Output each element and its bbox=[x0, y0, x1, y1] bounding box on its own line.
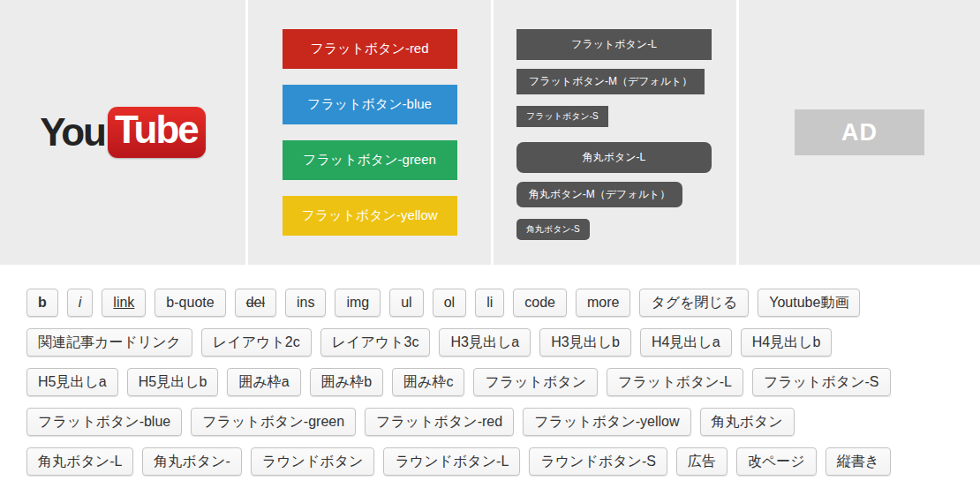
quicktag-row: 関連記事カードリンクレイアウト2cレイアウト3cH3見出しaH3見出しbH4見出… bbox=[26, 328, 980, 357]
preview-size-button-flat-s[interactable]: フラットボタン-S bbox=[516, 106, 608, 127]
quicktag-button[interactable]: ol bbox=[433, 289, 466, 317]
quicktag-button[interactable]: レイアウト2c bbox=[201, 328, 312, 357]
quicktag-button[interactable]: Youtube動画 bbox=[758, 289, 860, 317]
quicktag-button[interactable]: フラットボタン-blue bbox=[26, 408, 182, 436]
youtube-logo-you-text: You bbox=[40, 110, 105, 154]
quicktag-button[interactable]: link bbox=[102, 289, 146, 317]
quicktag-row: 角丸ボタン-L角丸ボタン-ラウンドボタンラウンドボタン-Lラウンドボタン-S広告… bbox=[26, 447, 980, 476]
preview-size-button-rounded-l[interactable]: 角丸ボタン-L bbox=[516, 142, 712, 173]
quicktag-button[interactable]: H5見出しb bbox=[127, 368, 219, 396]
youtube-logo-tube-text: Tube bbox=[108, 107, 206, 158]
quicktag-button[interactable]: 囲み枠b bbox=[310, 368, 383, 396]
quicktag-button[interactable]: 広告 bbox=[676, 447, 727, 476]
preview-flat-button-green[interactable]: フラットボタン-green bbox=[283, 140, 457, 180]
ad-label: AD bbox=[841, 119, 878, 146]
quicktag-button[interactable]: b bbox=[26, 289, 58, 317]
quicktag-button[interactable]: ul bbox=[389, 289, 423, 317]
preview-size-button-flat-m[interactable]: フラットボタン-M（デフォルト） bbox=[516, 69, 705, 94]
editor-screen: You Tube フラットボタン-redフラットボタン-blueフラットボタン-… bbox=[0, 0, 980, 503]
quicktag-button[interactable]: del bbox=[235, 289, 276, 317]
quicktag-row: フラットボタン-blueフラットボタン-greenフラットボタン-redフラット… bbox=[26, 408, 980, 436]
quicktag-button[interactable]: 角丸ボタン bbox=[700, 408, 795, 436]
quicktag-button[interactable]: ラウンドボタン-L bbox=[383, 447, 520, 476]
quicktag-button[interactable]: i bbox=[67, 289, 94, 317]
quicktag-button[interactable]: img bbox=[335, 289, 381, 317]
quicktag-button[interactable]: ins bbox=[285, 289, 326, 317]
quicktag-button[interactable]: H3見出しb bbox=[539, 328, 631, 357]
quicktag-button[interactable]: H3見出しa bbox=[439, 328, 531, 357]
quicktag-button[interactable]: フラットボタン-L bbox=[607, 368, 743, 396]
preview-flat-button-red[interactable]: フラットボタン-red bbox=[283, 29, 457, 69]
quicktag-row: bilinkb-quotedelinsimgulollicodemoreタグを閉… bbox=[26, 289, 980, 317]
quicktag-button[interactable]: 改ページ bbox=[736, 447, 817, 476]
quicktag-button[interactable]: b-quote bbox=[155, 289, 225, 317]
quicktag-button[interactable]: 角丸ボタン- bbox=[142, 447, 241, 476]
quicktag-button[interactable]: H5見出しa bbox=[26, 368, 118, 396]
quicktag-button[interactable]: code bbox=[513, 289, 567, 317]
quicktag-button[interactable]: フラットボタン-red bbox=[365, 408, 514, 436]
quicktag-button[interactable]: H4見出しa bbox=[640, 328, 732, 357]
preview-flat-button-yellow[interactable]: フラットボタン-yellow bbox=[283, 196, 457, 236]
quicktag-button[interactable]: 角丸ボタン-L bbox=[26, 447, 133, 476]
quicktag-button[interactable]: 囲み枠c bbox=[392, 368, 464, 396]
quicktag-button[interactable]: ラウンドボタン-S bbox=[529, 447, 667, 476]
quicktag-button[interactable]: フラットボタン-S bbox=[752, 368, 891, 396]
quicktag-row: H5見出しaH5見出しb囲み枠a囲み枠b囲み枠cフラットボタンフラットボタン-L… bbox=[26, 368, 980, 396]
preview-size-button-rounded-s[interactable]: 角丸ボタン-S bbox=[516, 219, 590, 240]
quicktag-button[interactable]: 縦書き bbox=[825, 447, 891, 476]
quicktag-button[interactable]: フラットボタン-green bbox=[191, 408, 356, 436]
quicktag-button[interactable]: li bbox=[475, 289, 504, 317]
preview-size-button-flat-l[interactable]: フラットボタン-L bbox=[516, 29, 712, 60]
quicktag-button[interactable]: フラットボタン bbox=[473, 368, 598, 396]
quicktag-button[interactable]: ラウンドボタン bbox=[251, 447, 375, 476]
youtube-logo: You Tube bbox=[40, 107, 206, 158]
preview-flat-button-blue[interactable]: フラットボタン-blue bbox=[283, 85, 457, 124]
style-preview-strip: You Tube フラットボタン-redフラットボタン-blueフラットボタン-… bbox=[0, 0, 980, 265]
quicktag-button[interactable]: レイアウト3c bbox=[320, 328, 431, 357]
quicktag-button[interactable]: H4見出しb bbox=[741, 328, 833, 357]
flat-color-buttons-panel: フラットボタン-redフラットボタン-blueフラットボタン-greenフラット… bbox=[248, 0, 491, 265]
quicktag-button[interactable]: フラットボタン-yellow bbox=[523, 408, 690, 436]
quicktag-toolbar: bilinkb-quotedelinsimgulollicodemoreタグを閉… bbox=[0, 265, 980, 476]
quicktag-button[interactable]: more bbox=[576, 289, 630, 317]
quicktag-button[interactable]: 関連記事カードリンク bbox=[26, 328, 192, 357]
youtube-preview-panel: You Tube bbox=[0, 0, 245, 265]
quicktag-button[interactable]: 囲み枠a bbox=[227, 368, 300, 396]
ad-placeholder: AD bbox=[795, 109, 924, 155]
button-size-samples-panel: フラットボタン-Lフラットボタン-M（デフォルト）フラットボタン-S角丸ボタン-… bbox=[494, 0, 736, 265]
preview-size-button-rounded-m[interactable]: 角丸ボタン-M（デフォルト） bbox=[516, 182, 682, 207]
quicktag-button[interactable]: タグを閉じる bbox=[639, 289, 749, 317]
ad-preview-panel: AD bbox=[739, 0, 980, 265]
